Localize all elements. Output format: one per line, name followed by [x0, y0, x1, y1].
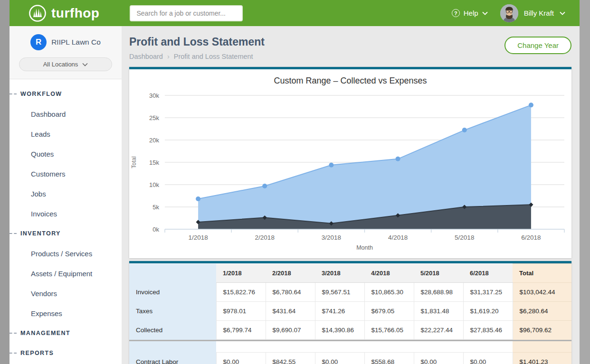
data-point-collected: [462, 128, 467, 132]
section-dash-icon: [10, 93, 17, 94]
row-value: $6,780.64: [266, 283, 315, 302]
scrollbar-track[interactable]: [580, 0, 590, 364]
row-label: Taxes: [129, 302, 216, 321]
turfhop-logo[interactable]: turfhop: [29, 4, 99, 22]
help-icon: ?: [452, 9, 460, 17]
help-menu[interactable]: ? Help: [452, 9, 488, 17]
row-total: $6,280.64: [513, 302, 571, 321]
row-value: $10,865.30: [364, 283, 414, 302]
row-label: Collected: [129, 321, 216, 340]
company-logo-badge: R: [30, 34, 47, 50]
row-total: $103,042.44: [513, 283, 571, 302]
svg-text:30k: 30k: [149, 92, 159, 99]
sidebar-section-label: MANAGEMENT: [20, 330, 70, 336]
pl-table: 1/20182/20183/20184/20185/20186/2018Tota…: [129, 263, 571, 364]
svg-text:1/2018: 1/2018: [188, 234, 208, 241]
sidebar-item-products-services[interactable]: Products / Services: [10, 243, 122, 263]
location-selector[interactable]: All Locations: [19, 57, 112, 71]
sidebar-nav: WORKFLOWDashboardLeadsQuotesCustomersJob…: [10, 79, 122, 364]
change-year-button[interactable]: Change Year: [504, 37, 571, 54]
header-month-cell: 1/2018: [216, 264, 266, 283]
company-name: RIIPL Lawn Co: [51, 38, 101, 47]
table-row-collected: Collected$6,799.74$9,690.07$14,390.86$15…: [129, 321, 571, 340]
data-point-collected: [196, 196, 200, 201]
row-value: $15,766.05: [364, 321, 414, 340]
row-value: $0.00: [414, 353, 463, 364]
row-value: $15,822.76: [216, 283, 266, 302]
company-block: R RIIPL Lawn Co All Locations: [10, 26, 122, 79]
svg-text:Month: Month: [356, 244, 373, 251]
data-point-collected: [329, 163, 333, 168]
svg-text:0k: 0k: [152, 226, 159, 233]
chart-title: Custom Range – Collected vs Expenses: [129, 76, 571, 86]
sidebar-item-quotes[interactable]: Quotes: [10, 144, 122, 164]
section-dash-icon: [10, 233, 17, 234]
table-row-contract-labor: Contract Labor$0.00$842.55$0.00$558.68$0…: [129, 353, 571, 364]
main-content: Profit and Loss Statement Dashboard › Pr…: [122, 26, 580, 364]
svg-text:5/2018: 5/2018: [455, 234, 474, 241]
row-value: $741.26: [315, 302, 364, 321]
chevron-down-icon: [482, 11, 488, 15]
sidebar-item-jobs[interactable]: Jobs: [10, 184, 122, 204]
spacer-cell: [216, 341, 266, 353]
svg-text:25k: 25k: [149, 114, 159, 121]
row-label: Contract Labor: [129, 353, 216, 364]
row-value: $842.55: [266, 353, 315, 364]
pl-table-head: 1/20182/20183/20184/20185/20186/2018Tota…: [129, 264, 571, 283]
chevron-down-icon: [560, 11, 565, 15]
row-value: $0.00: [463, 353, 513, 364]
sidebar-item-assets-equipment[interactable]: Assets / Equipment: [10, 263, 122, 283]
user-menu[interactable]: Billy Kraft: [500, 4, 565, 22]
search-input[interactable]: [130, 5, 243, 21]
svg-text:3/2018: 3/2018: [322, 234, 341, 241]
sidebar-item-leads[interactable]: Leads: [10, 124, 122, 144]
svg-text:2/2018: 2/2018: [255, 234, 275, 241]
pl-table-card: 1/20182/20183/20184/20185/20186/2018Tota…: [129, 261, 571, 364]
svg-text:20k: 20k: [149, 137, 159, 144]
data-point-collected: [396, 157, 400, 161]
sidebar-section-reports[interactable]: REPORTS: [10, 343, 122, 363]
app-window: turfhop ? Help: [10, 0, 580, 364]
svg-text:6/2018: 6/2018: [521, 234, 541, 241]
topbar: turfhop ? Help: [10, 0, 580, 26]
breadcrumb-current: Profit and Loss Statement: [174, 53, 253, 60]
chart-card: Custom Range – Collected vs Expenses 0k5…: [129, 67, 571, 258]
brand-name: turfhop: [51, 6, 99, 21]
sidebar-section-inventory[interactable]: INVENTORY: [10, 224, 122, 243]
row-value: $558.68: [364, 353, 414, 364]
row-value: $679.05: [364, 302, 414, 321]
breadcrumb-separator-icon: ›: [167, 53, 170, 60]
sidebar-item-vendors[interactable]: Vendors: [10, 283, 122, 303]
breadcrumb: Dashboard › Profit and Loss Statement: [129, 53, 571, 60]
grass-logo-icon: [29, 4, 47, 22]
header-month-cell: 2/2018: [266, 264, 315, 283]
table-row-invoiced: Invoiced$15,822.76$6,780.64$9,567.51$10,…: [129, 283, 571, 302]
sidebar-item-invoices[interactable]: Invoices: [10, 204, 122, 224]
help-label: Help: [464, 9, 478, 17]
row-total: $1,401.23: [513, 353, 571, 364]
sidebar-section-management[interactable]: MANAGEMENT: [10, 323, 122, 343]
pl-area-chart[interactable]: 0k5k10k15k20k25k30k1/20182/20183/20184/2…: [129, 86, 571, 257]
svg-text:15k: 15k: [149, 159, 159, 166]
pl-table-body: Invoiced$15,822.76$6,780.64$9,567.51$10,…: [129, 283, 571, 364]
row-value: $9,567.51: [315, 283, 364, 302]
row-value: $1,619.20: [463, 302, 513, 321]
section-dash-icon: [10, 333, 17, 334]
data-point-collected: [529, 103, 533, 107]
header-total-cell: Total: [513, 264, 571, 283]
spacer-label-cell: [129, 341, 216, 353]
avatar: [500, 4, 518, 22]
svg-text:Total: Total: [131, 156, 137, 168]
sidebar-item-dashboard[interactable]: Dashboard: [10, 104, 122, 124]
sidebar-item-expenses[interactable]: Expenses: [10, 303, 122, 323]
svg-text:4/2018: 4/2018: [388, 234, 408, 241]
spacer-total-cell: [513, 341, 571, 353]
header-month-cell: 3/2018: [315, 264, 364, 283]
svg-text:5k: 5k: [152, 204, 159, 211]
row-value: $14,390.86: [315, 321, 364, 340]
spacer-cell: [315, 341, 364, 353]
sidebar-section-workflow[interactable]: WORKFLOW: [10, 84, 122, 104]
data-point-collected: [262, 184, 267, 188]
breadcrumb-dashboard[interactable]: Dashboard: [129, 53, 163, 60]
sidebar-item-customers[interactable]: Customers: [10, 164, 122, 184]
